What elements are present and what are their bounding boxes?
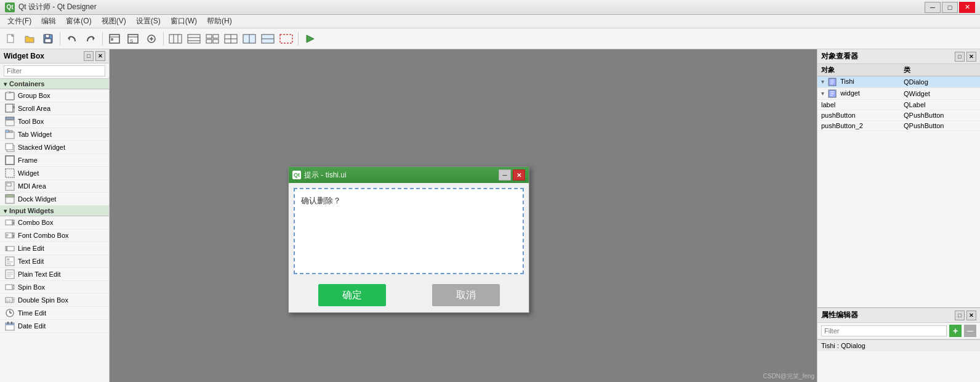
obj-name: pushButton_2: [821, 122, 863, 129]
object-inspector-close[interactable]: ✕: [966, 52, 976, 62]
dialog-minimize-btn[interactable]: ─: [499, 169, 511, 181]
toolbar-layout-fill-h[interactable]: [241, 31, 258, 47]
toolbar-widget-edit[interactable]: [106, 31, 123, 47]
svg-rect-47: [6, 144, 13, 150]
close-button[interactable]: ✕: [959, 2, 975, 13]
toolbar-save[interactable]: [39, 31, 57, 47]
property-editor-close[interactable]: ✕: [966, 311, 976, 320]
property-editor-restore[interactable]: □: [955, 311, 965, 320]
menu-view[interactable]: 视图(V): [97, 15, 131, 28]
svg-text:1.0: 1.0: [6, 299, 10, 303]
svg-marker-34: [307, 35, 314, 43]
widget-item-stackedwidget[interactable]: Stacked Widget: [0, 141, 109, 154]
widget-box-filter-area: [0, 63, 109, 79]
table-row[interactable]: label QLabel: [817, 100, 980, 110]
toolbar-signal-edit[interactable]: S: [124, 31, 142, 47]
widget-item-mdiarea[interactable]: MDI Area: [0, 180, 109, 193]
widget-item-tabwidget[interactable]: Tab Widget: [0, 128, 109, 141]
cancel-button[interactable]: 取消: [432, 284, 500, 306]
widget-item-spinbox[interactable]: Spin Box: [0, 281, 109, 294]
app-icon: Qt: [5, 2, 15, 12]
widget-item-scrollarea[interactable]: Scroll Area: [0, 102, 109, 115]
toolbar-preview[interactable]: [302, 31, 319, 47]
svg-text:F: F: [6, 234, 9, 238]
widget-label: Plain Text Edit: [18, 270, 61, 278]
widget-item-dateedit[interactable]: Date Edit: [0, 320, 109, 333]
widget-item-fontcombobox[interactable]: F Font Combo Box: [0, 229, 109, 242]
widget-item-doublespinbox[interactable]: 1.0 Double Spin Box: [0, 294, 109, 307]
menu-window[interactable]: 窗口(W): [166, 15, 202, 28]
object-inspector-header-buttons: □ ✕: [955, 52, 976, 62]
widget-box-filter-input[interactable]: [4, 65, 105, 76]
menu-edit[interactable]: 编辑: [36, 15, 61, 28]
menu-form[interactable]: 窗体(O): [61, 15, 96, 28]
property-filter-input[interactable]: [821, 325, 947, 336]
watermark: CSDN@完笑_feng: [763, 372, 814, 381]
toolbar-layout-fill-v[interactable]: [259, 31, 276, 47]
toolbar-layout-form[interactable]: [204, 31, 221, 47]
widget-item-textedit[interactable]: AI Text Edit: [0, 255, 109, 268]
svg-rect-38: [6, 104, 13, 112]
right-panels: 对象查看器 □ ✕ 对象 类 ▾: [817, 49, 980, 382]
widget-item-widget[interactable]: Widget: [0, 167, 109, 180]
minimize-button[interactable]: ─: [925, 2, 941, 13]
toolbar-layout-break[interactable]: [278, 31, 295, 47]
toolbar-undo[interactable]: [63, 31, 81, 47]
svg-rect-19: [188, 35, 200, 43]
table-row[interactable]: ▾ Tishi QDialog: [817, 76, 980, 88]
widget-item-toolbox[interactable]: Tool Box: [0, 115, 109, 128]
dialog-close-btn[interactable]: ✕: [513, 169, 525, 181]
obj-name: Tishi: [840, 78, 854, 85]
svg-rect-33: [280, 35, 292, 43]
toolbar-layout-v[interactable]: [185, 31, 203, 47]
widget-box-header: Widget Box □ ✕: [0, 49, 109, 63]
widget-item-combobox[interactable]: Combo Box: [0, 216, 109, 229]
widget-label: MDI Area: [18, 182, 46, 190]
menu-help[interactable]: 帮助(H): [202, 15, 237, 28]
table-row[interactable]: ▾ widget QWidget: [817, 88, 980, 100]
widget-item-plaintextedit[interactable]: Plain Text Edit: [0, 268, 109, 281]
table-row[interactable]: pushButton_2 QPushButton: [817, 121, 980, 131]
menu-settings[interactable]: 设置(S): [131, 15, 166, 28]
dialog-titlebar: Qt 提示 - tishi.ui ─ ✕: [289, 167, 529, 183]
svg-rect-54: [6, 220, 12, 225]
menu-file[interactable]: 文件(F): [2, 15, 36, 28]
svg-text:AB: AB: [7, 91, 11, 94]
confirm-button[interactable]: 确定: [318, 284, 386, 306]
widget-box-close[interactable]: ✕: [95, 51, 105, 61]
obj-name-cell: pushButton_2: [817, 121, 900, 131]
widget-item-lineedit[interactable]: Line Edit: [0, 242, 109, 255]
main-layout: Widget Box □ ✕ Containers AB Group Box S…: [0, 49, 980, 382]
svg-rect-22: [206, 35, 212, 38]
widget-item-timeedit[interactable]: Time Edit: [0, 307, 109, 320]
canvas-area[interactable]: Qt 提示 - tishi.ui ─ ✕ 确认删除？ 确定 取消: [110, 49, 817, 382]
toolbar-redo[interactable]: [82, 31, 99, 47]
property-add-button[interactable]: +: [949, 325, 962, 337]
dialog-buttons-area: 确定 取消: [289, 279, 529, 312]
col-object: 对象: [817, 64, 900, 76]
property-remove-button[interactable]: ─: [964, 325, 976, 337]
category-input-widgets[interactable]: Input Widgets: [0, 206, 109, 216]
svg-rect-44: [6, 130, 9, 132]
obj-class: QLabel: [900, 100, 980, 110]
widget-box-restore[interactable]: □: [84, 51, 94, 61]
maximize-button[interactable]: □: [942, 2, 958, 13]
table-row[interactable]: pushButton QPushButton: [817, 110, 980, 121]
toolbar-layout-h[interactable]: [167, 31, 184, 47]
property-editor-header-buttons: □ ✕: [955, 311, 976, 320]
svg-rect-24: [206, 39, 212, 43]
svg-text:AI: AI: [7, 258, 10, 261]
widget-box-panel: Widget Box □ ✕ Containers AB Group Box S…: [0, 49, 110, 382]
toolbar-new[interactable]: [2, 31, 20, 47]
toolbar-open[interactable]: [21, 31, 38, 47]
toolbar-layout-grid[interactable]: [222, 31, 239, 47]
dialog-icon: Qt: [292, 171, 301, 179]
widget-item-groupbox[interactable]: AB Group Box: [0, 89, 109, 102]
widget-item-frame[interactable]: Frame: [0, 154, 109, 167]
object-inspector-restore[interactable]: □: [955, 52, 965, 62]
widget-item-dockwidget[interactable]: Dock Widget: [0, 193, 109, 206]
category-containers[interactable]: Containers: [0, 79, 109, 89]
title-bar-controls: ─ □ ✕: [925, 2, 975, 13]
widget-label: Widget: [18, 169, 39, 177]
toolbar-buddy-edit[interactable]: [143, 31, 160, 47]
